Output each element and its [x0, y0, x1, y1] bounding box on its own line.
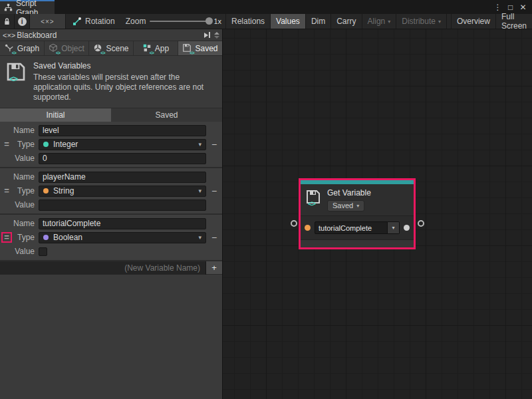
title-bar: Script Graph ⋮ □ ✕ [0, 0, 532, 14]
variable-type-dropdown[interactable]: Boolean ▾ [39, 232, 206, 243]
close-icon[interactable]: ✕ [518, 3, 528, 12]
tab-object[interactable]: <> Object [45, 41, 88, 55]
add-variable-button[interactable]: + [206, 261, 222, 274]
floppy-disk-icon: <> [305, 189, 321, 205]
lock-icon [3, 17, 11, 26]
graph-toolbar: i <×> Rotation Zoom 1x Relations Values … [0, 14, 532, 29]
panel-spinner[interactable] [214, 32, 219, 39]
tab-scene[interactable]: <> Scene [89, 41, 133, 55]
relations-button[interactable]: Relations [225, 14, 271, 29]
node-header: <> Get Variable Saved ▾ [301, 184, 414, 215]
full-screen-button[interactable]: Full Screen [496, 14, 532, 29]
saved-variables-info: <> Saved Variables These variables will … [0, 56, 222, 108]
overview-button[interactable]: Overview [451, 14, 496, 29]
remove-variable-button[interactable]: − [211, 186, 217, 196]
variable-name-value[interactable]: tutorialComplete [315, 221, 388, 234]
dock-icon[interactable] [204, 32, 210, 38]
remove-variable-button[interactable]: − [211, 139, 217, 150]
variable-name-input[interactable] [39, 125, 206, 136]
value-label: Value [13, 200, 39, 209]
graph-canvas[interactable]: <> Get Variable Saved ▾ tutorialComplete [223, 29, 532, 399]
node-footer [301, 240, 414, 247]
subtab-saved[interactable]: Saved [111, 108, 222, 122]
variable-row: Name = Type Boolean ▾ [0, 215, 222, 261]
info-description: These variables will persist even after … [33, 72, 215, 102]
window-menu-icon[interactable]: ⋮ [493, 3, 503, 12]
drag-handle[interactable]: = [4, 141, 9, 148]
rotation-control[interactable]: Rotation [66, 14, 122, 29]
remove-variable-button[interactable]: − [211, 232, 217, 243]
graph-tab-icon [4, 3, 13, 12]
node-title: Get Variable [327, 188, 371, 198]
new-variable-input[interactable] [0, 261, 206, 275]
scene-variables-icon: <> [93, 43, 103, 53]
zoom-slider-handle[interactable] [205, 17, 213, 25]
blackboard-title: Blackboard [17, 31, 57, 40]
initial-saved-subtabs: Initial Saved [0, 108, 222, 122]
variable-value-input[interactable] [39, 200, 206, 211]
panel-empty-area [0, 275, 222, 399]
info-icon: i [18, 17, 27, 26]
name-label: Name [13, 172, 39, 182]
drag-handle-highlighted[interactable]: = [1, 232, 12, 243]
rotation-label: Rotation [85, 17, 115, 26]
blackboard-header: <×> Blackboard [0, 29, 222, 41]
drag-handle[interactable]: = [4, 188, 9, 194]
spinner-up-icon [214, 32, 219, 35]
type-label: Type [13, 140, 39, 149]
name-label: Name [13, 219, 39, 228]
get-variable-node[interactable]: <> Get Variable Saved ▾ tutorialComplete [299, 178, 416, 249]
chevron-down-icon: ▾ [438, 19, 441, 25]
info-button[interactable]: i [15, 14, 29, 29]
object-variables-icon: <> [49, 43, 59, 53]
tab-saved[interactable]: <> Saved [178, 41, 222, 55]
graph-variables-icon: <> [5, 43, 15, 53]
rotation-icon [72, 17, 82, 26]
value-output-port[interactable] [404, 225, 410, 231]
variable-scope-button[interactable]: Saved ▾ [327, 200, 364, 211]
variable-type-dropdown[interactable]: Integer ▾ [39, 139, 206, 150]
dim-button[interactable]: Dim [306, 14, 331, 29]
main-area: <×> Blackboard <> Graph <> [0, 29, 532, 399]
saved-variables-icon: <> [182, 43, 192, 53]
tab-app[interactable]: <> App [134, 41, 178, 55]
distribute-button[interactable]: Distribute ▾ [396, 14, 447, 29]
chevron-down-icon: ▾ [392, 225, 394, 231]
subtab-initial[interactable]: Initial [0, 108, 111, 122]
align-button[interactable]: Align ▾ [362, 14, 397, 29]
value-label: Value [13, 154, 39, 163]
variable-name-port[interactable] [305, 225, 311, 231]
zoom-label: Zoom [126, 17, 146, 26]
right-connection-port[interactable] [418, 220, 424, 227]
app-variables-icon: <> [142, 43, 152, 53]
variable-picker-button[interactable]: ▾ [388, 221, 400, 234]
variable-name-field: tutorialComplete ▾ [315, 221, 400, 234]
variable-name-input[interactable] [39, 218, 206, 229]
toolbar-right-group: Relations Values Dim Carry Align ▾ Distr… [225, 14, 532, 29]
spinner-down-icon [214, 36, 219, 39]
chevron-down-icon: ▾ [388, 19, 390, 25]
values-button[interactable]: Values [271, 14, 306, 29]
variable-value-input[interactable] [39, 153, 206, 164]
name-label: Name [13, 126, 39, 135]
tab-script-graph[interactable]: Script Graph [0, 0, 55, 14]
left-connection-port[interactable] [291, 220, 297, 227]
lock-button[interactable] [0, 14, 15, 29]
variable-value-checkbox[interactable] [39, 247, 47, 256]
variable-row: Name = Type Integer ▾ [0, 122, 222, 168]
type-color-dot [43, 188, 49, 194]
blackboard-icon: <×> [3, 31, 15, 39]
blackboard-panel: <×> Blackboard <> Graph <> [0, 29, 223, 399]
maximize-icon[interactable]: □ [505, 3, 515, 12]
zoom-slider[interactable] [150, 21, 209, 22]
unit-button[interactable]: <×> [30, 14, 66, 29]
carry-button[interactable]: Carry [331, 14, 362, 29]
tab-graph[interactable]: <> Graph [0, 41, 44, 55]
chevron-down-icon: ▾ [198, 188, 201, 194]
chevron-down-icon: ▾ [198, 141, 201, 148]
variable-type-dropdown[interactable]: String ▾ [39, 186, 206, 197]
type-color-dot [43, 142, 49, 147]
type-color-dot [43, 235, 49, 240]
variable-name-input[interactable] [39, 172, 206, 183]
type-label: Type [13, 233, 39, 242]
